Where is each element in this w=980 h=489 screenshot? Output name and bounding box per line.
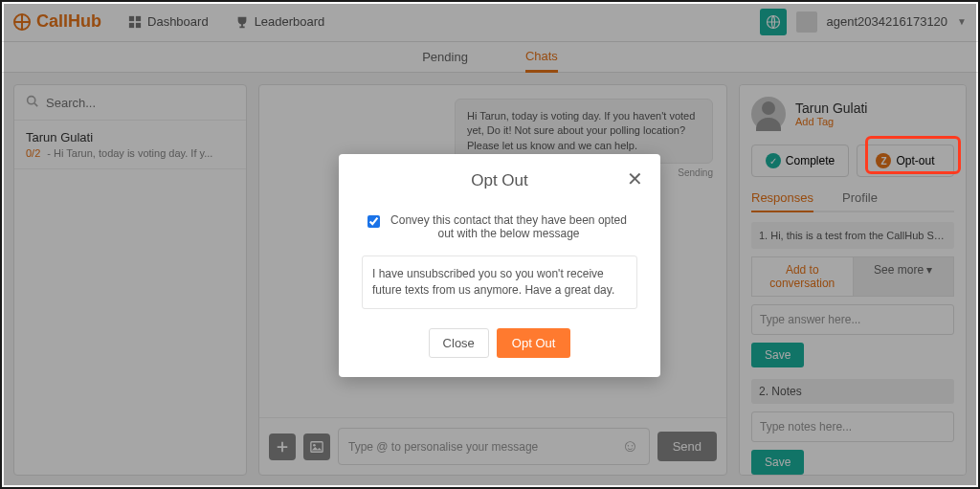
modal-optout-action[interactable]: Opt Out — [497, 328, 571, 358]
modal-close-action[interactable]: Close — [429, 328, 489, 358]
optout-modal: Opt Out ✕ Convey this contact that they … — [339, 154, 660, 377]
modal-checkbox-row[interactable]: Convey this contact that they have been … — [362, 213, 637, 240]
modal-message-input[interactable] — [362, 256, 637, 309]
modal-close-button[interactable]: ✕ — [627, 167, 643, 190]
modal-checkbox-label: Convey this contact that they have been … — [386, 213, 632, 240]
modal-title: Opt Out — [362, 171, 637, 190]
modal-checkbox[interactable] — [368, 215, 380, 228]
